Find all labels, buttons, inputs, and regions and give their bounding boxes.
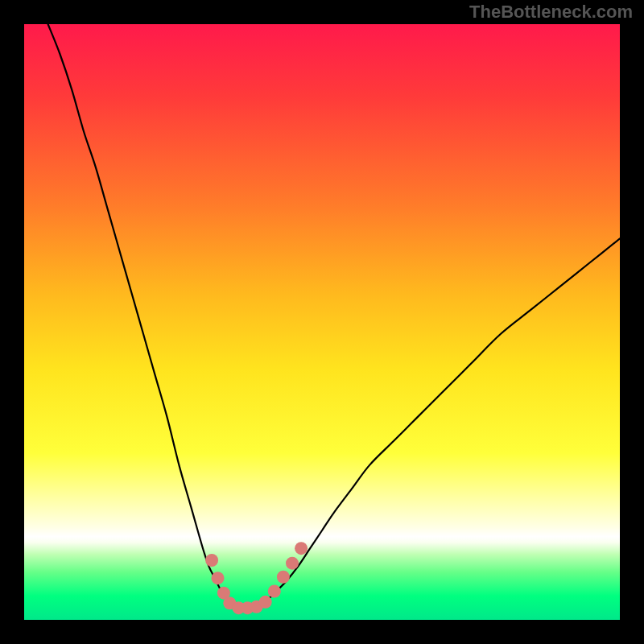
curve-marker-dot: [286, 557, 299, 570]
curve-marker-dot: [205, 554, 218, 567]
curve-marker-dot: [277, 571, 290, 584]
curve-marker-dot: [268, 584, 281, 597]
watermark-text: TheBottleneck.com: [469, 2, 633, 23]
curve-markers: [205, 542, 308, 614]
curve-marker-dot: [259, 596, 272, 609]
curve-marker-dot: [212, 572, 225, 584]
curve-layer: [24, 24, 620, 620]
bottleneck-curve: [48, 24, 620, 608]
chart-container: TheBottleneck.com: [0, 0, 644, 644]
curve-marker-dot: [295, 542, 308, 555]
plot-area: [24, 24, 620, 620]
